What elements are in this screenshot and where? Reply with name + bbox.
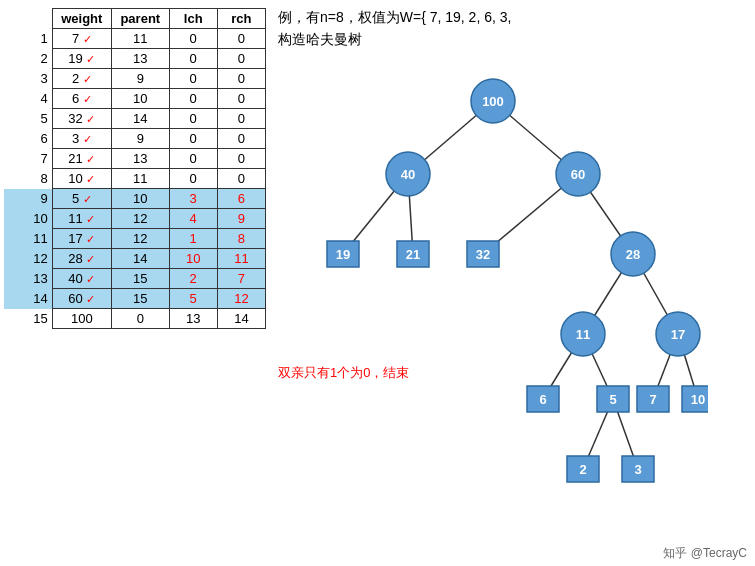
table-row: 0: [217, 129, 265, 149]
table-row: 0: [169, 49, 217, 69]
right-panel: 例，有n=8，权值为W={ 7, 19, 2, 6, 3, 构造哈夫曼树 100…: [270, 0, 755, 566]
table-row: 11: [111, 169, 169, 189]
svg-text:7: 7: [649, 392, 656, 407]
col-parent: parent: [111, 9, 169, 29]
table-row: 11: [111, 29, 169, 49]
table-row: 21 ✓: [52, 149, 111, 169]
table-row: 100: [52, 309, 111, 329]
svg-text:3: 3: [634, 462, 641, 477]
table-row: 10 ✓: [52, 169, 111, 189]
table-row: 12: [111, 229, 169, 249]
table-row-num: 4: [4, 89, 52, 109]
table-row: 14: [217, 309, 265, 329]
table-row: 12: [111, 209, 169, 229]
table-row: 14: [111, 249, 169, 269]
table-row: 12: [217, 289, 265, 309]
table-row-num: 12: [4, 249, 52, 269]
table-row-num: 9: [4, 189, 52, 209]
table-row: 0: [169, 129, 217, 149]
svg-text:10: 10: [691, 392, 705, 407]
table-row: 8: [217, 229, 265, 249]
table-row-num: 15: [4, 309, 52, 329]
table-row: 11 ✓: [52, 209, 111, 229]
table-row-num: 13: [4, 269, 52, 289]
table-row: 2: [169, 269, 217, 289]
table-row: 17 ✓: [52, 229, 111, 249]
table-row: 13: [169, 309, 217, 329]
table-row: 11: [217, 249, 265, 269]
table-row: 9: [217, 209, 265, 229]
table-row: 13: [111, 149, 169, 169]
table-row: 60 ✓: [52, 289, 111, 309]
table-row: 32 ✓: [52, 109, 111, 129]
table-row: 9: [111, 69, 169, 89]
huffman-table: weight parent lch rch 17 ✓1100219 ✓13003…: [4, 8, 266, 329]
svg-text:2: 2: [579, 462, 586, 477]
table-row: 13: [111, 49, 169, 69]
table-row: 0: [169, 149, 217, 169]
table-row: 3: [169, 189, 217, 209]
svg-text:100: 100: [482, 94, 504, 109]
table-row: 15: [111, 269, 169, 289]
table-row: 0: [217, 169, 265, 189]
table-row-num: 10: [4, 209, 52, 229]
table-row: 0: [217, 149, 265, 169]
tree-svg: 10040601921322811176571023: [278, 59, 708, 519]
desc-line1: 例，有n=8，权值为W={ 7, 19, 2, 6, 3,: [278, 9, 511, 25]
table-row: 0: [169, 169, 217, 189]
table-row-num: 6: [4, 129, 52, 149]
table-row-num: 2: [4, 49, 52, 69]
table-row: 3 ✓: [52, 129, 111, 149]
table-row: 10: [111, 189, 169, 209]
table-row: 5: [169, 289, 217, 309]
table-row: 7: [217, 269, 265, 289]
table-row: 6 ✓: [52, 89, 111, 109]
table-row-num: 14: [4, 289, 52, 309]
watermark: 知乎 @TecrayC: [663, 545, 747, 562]
table-panel: weight parent lch rch 17 ✓1100219 ✓13003…: [0, 0, 270, 566]
table-row: 0: [169, 109, 217, 129]
desc-line2: 构造哈夫曼树: [278, 31, 362, 47]
table-row-num: 3: [4, 69, 52, 89]
col-lch: lch: [169, 9, 217, 29]
col-weight: weight: [52, 9, 111, 29]
table-row: 2 ✓: [52, 69, 111, 89]
tree-container: 10040601921322811176571023 双亲只有1个为0，结束: [278, 59, 708, 519]
table-row: 0: [217, 69, 265, 89]
table-row: 0: [217, 49, 265, 69]
table-row: 6: [217, 189, 265, 209]
svg-text:5: 5: [609, 392, 616, 407]
table-row: 28 ✓: [52, 249, 111, 269]
table-row: 15: [111, 289, 169, 309]
table-row: 10: [111, 89, 169, 109]
table-row: 0: [169, 89, 217, 109]
table-row-num: 8: [4, 169, 52, 189]
table-row-num: 1: [4, 29, 52, 49]
table-row: 1: [169, 229, 217, 249]
end-note: 双亲只有1个为0，结束: [278, 364, 409, 382]
svg-text:11: 11: [576, 327, 590, 342]
table-row-num: 5: [4, 109, 52, 129]
table-row: 0: [169, 29, 217, 49]
table-row: 7 ✓: [52, 29, 111, 49]
table-row: 0: [217, 89, 265, 109]
table-row-num: 11: [4, 229, 52, 249]
svg-text:40: 40: [401, 167, 415, 182]
table-row: 0: [169, 69, 217, 89]
svg-text:32: 32: [476, 247, 490, 262]
description: 例，有n=8，权值为W={ 7, 19, 2, 6, 3, 构造哈夫曼树: [278, 6, 747, 51]
table-row: 4: [169, 209, 217, 229]
table-row: 5 ✓: [52, 189, 111, 209]
table-row: 0: [111, 309, 169, 329]
svg-text:19: 19: [336, 247, 350, 262]
table-row: 14: [111, 109, 169, 129]
col-rch: rch: [217, 9, 265, 29]
table-row: 9: [111, 129, 169, 149]
svg-text:28: 28: [626, 247, 640, 262]
table-row-num: 7: [4, 149, 52, 169]
svg-text:60: 60: [571, 167, 585, 182]
table-row: 19 ✓: [52, 49, 111, 69]
table-row: 40 ✓: [52, 269, 111, 289]
svg-text:6: 6: [539, 392, 546, 407]
svg-text:17: 17: [671, 327, 685, 342]
